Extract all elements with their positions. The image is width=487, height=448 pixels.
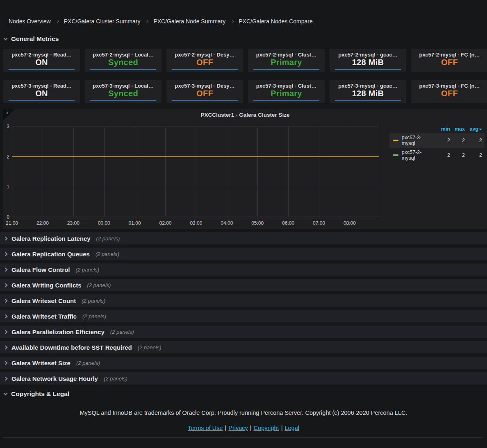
row-panel-count: (2 panels)	[82, 298, 105, 304]
breadcrumb-item[interactable]: PXC/Galera Cluster Summary	[64, 18, 141, 25]
chevron-right-icon	[4, 345, 8, 349]
stat-panel-title[interactable]: pxc57-2-mysql - Clust…	[248, 49, 325, 58]
dashboard-row-toggle[interactable]: Galera Writeset Count (2 panels)	[0, 294, 487, 307]
stat-panel-title[interactable]: pxc57-3-mysql - gcac…	[330, 80, 406, 89]
stat-panel: pxc57-3-mysql - Read… ON	[3, 80, 80, 103]
chevron-right-icon	[4, 283, 8, 287]
dashboard-row-toggle[interactable]: Galera Replication Latency (2 panels)	[0, 232, 487, 244]
chart-legend: min max avg pxc57-3-mysql 2 2 2 pxc57-2-…	[389, 125, 485, 163]
link-separator: |	[250, 425, 252, 431]
legend-sort-max[interactable]: max	[450, 126, 465, 132]
breadcrumb-item[interactable]: PXC/Galera Nodes Compare	[239, 18, 313, 25]
dashboard-row-toggle[interactable]: Galera Writing Conflicts (2 panels)	[0, 279, 487, 291]
chevron-right-icon	[4, 361, 8, 365]
stat-sparkline	[335, 100, 401, 101]
chart-plot-area[interactable]	[12, 127, 379, 217]
stat-panel-title[interactable]: pxc57-3-mysql - Clust…	[248, 80, 325, 89]
dashboard-row-toggle[interactable]: Galera Parallelization Efficiency (2 pan…	[0, 326, 487, 338]
legal-link[interactable]: Legal	[284, 425, 299, 431]
stat-sparkline	[253, 69, 319, 70]
legend-min-value: 2	[435, 152, 450, 158]
copyright-link[interactable]: Copyright	[254, 425, 279, 431]
collapsed-rows-list: Galera Replication Latency (2 panels) Ga…	[0, 232, 487, 385]
x-axis-tick-label: 21:00	[6, 220, 18, 226]
chevron-right-icon	[230, 20, 234, 23]
x-axis-tick-label: 07:00	[313, 220, 325, 226]
privacy-link[interactable]: Privacy	[228, 425, 248, 431]
stat-panel-grid: pxc57-2-mysql - Read… ON pxc57-2-mysql -…	[3, 49, 487, 103]
section-copyrights-legal-toggle[interactable]: Copyrights & Legal	[4, 389, 487, 398]
series-color-swatch-icon	[393, 140, 398, 141]
y-axis-tick-label: 3	[7, 124, 9, 129]
stat-panel-title[interactable]: pxc57-2-mysql - Desy…	[166, 49, 243, 58]
stat-sparkline	[172, 100, 238, 101]
chevron-down-icon	[4, 36, 8, 41]
row-title: Galera Writeset Size	[11, 360, 71, 367]
stat-panel-title[interactable]: pxc57-3-mysql - Desy…	[166, 80, 243, 89]
dashboard-row-toggle[interactable]: Galera Replication Queues (2 panels)	[0, 248, 487, 260]
dashboard-row-toggle[interactable]: Galera Writeset Traffic (2 panels)	[0, 310, 487, 322]
link-separator: |	[281, 425, 283, 431]
row-panel-count: (2 panels)	[104, 376, 127, 382]
stat-panel-title[interactable]: pxc57-2-mysql - Read…	[3, 49, 80, 58]
stat-panel: pxc57-3-mysql - gcac… 128 MiB	[330, 80, 406, 103]
chart-panel-galera-cluster-size: i PXCCluster1 - Galera Cluster Size 3 2 …	[3, 109, 487, 229]
chevron-right-icon	[4, 267, 8, 272]
sort-caret-down-icon	[479, 129, 482, 130]
legend-avg-value: 2	[465, 138, 482, 143]
stat-sparkline	[253, 100, 319, 101]
row-title: Galera Replication Latency	[11, 235, 91, 242]
dashboard-row-toggle[interactable]: Galera Flow Control (2 panels)	[0, 263, 487, 276]
x-axis-tick-label: 22:00	[36, 220, 49, 226]
stat-panel-title[interactable]: pxc57-3-mysql - Local…	[85, 80, 162, 89]
stat-panel-title[interactable]: pxc57-2-mysql - Local…	[85, 49, 162, 58]
panel-info-icon[interactable]: i	[3, 109, 14, 120]
breadcrumb: Nodes Overview PXC/Galera Cluster Summar…	[0, 0, 487, 25]
dashboard-row-toggle[interactable]: Galera Network Usage Hourly (2 panels)	[0, 372, 487, 385]
stat-panel: pxc57-3-mysql - Desy… OFF	[166, 80, 243, 103]
stat-value: OFF	[166, 89, 243, 98]
legend-sort-min[interactable]: min	[435, 126, 450, 132]
legend-max-value: 2	[450, 152, 465, 158]
x-axis-tick-label: 04:00	[221, 220, 233, 226]
x-axis-tick-label: 02:00	[159, 220, 171, 226]
stat-sparkline	[172, 69, 238, 70]
chevron-right-icon	[4, 252, 8, 256]
stat-value: OFF	[166, 58, 243, 67]
stat-panel: pxc57-2-mysql - Local… Synced	[85, 49, 162, 72]
stat-panel: pxc57-2-mysql - Read… ON	[3, 49, 80, 72]
chevron-down-icon	[4, 391, 8, 396]
stat-panel-title[interactable]: pxc57-3-mysql - Read…	[3, 80, 80, 89]
chart-title[interactable]: PXCCluster1 - Galera Cluster Size	[3, 109, 487, 118]
stat-panel-title[interactable]: pxc57-3-mysql - FC (n…	[411, 80, 487, 89]
stat-value: ON	[3, 58, 80, 67]
section-title: Copyrights & Legal	[11, 390, 69, 398]
stat-value: Synced	[85, 58, 162, 67]
stat-value: 128 MiB	[330, 89, 406, 98]
chevron-right-icon	[145, 20, 148, 23]
chevron-right-icon	[4, 236, 8, 240]
stat-sparkline	[335, 69, 401, 70]
y-axis-tick-label: 1	[7, 184, 9, 190]
dashboard-row-toggle[interactable]: Available Downtime before SST Required (…	[0, 341, 487, 353]
dashboard-row-toggle[interactable]: Galera Writeset Size (2 panels)	[0, 357, 487, 369]
legend-sort-avg[interactable]: avg	[465, 126, 482, 132]
stat-panel: pxc57-3-mysql - FC (n… OFF	[411, 80, 487, 103]
x-axis-tick-label: 01:00	[129, 220, 141, 226]
breadcrumb-item[interactable]: Nodes Overview	[9, 18, 51, 25]
y-axis: 3 2 1 0	[3, 127, 10, 217]
row-title: Galera Replication Queues	[11, 251, 90, 258]
section-general-metrics-toggle[interactable]: General Metrics	[4, 34, 487, 43]
row-panel-count: (2 panels)	[87, 282, 111, 288]
legend-series-toggle[interactable]: pxc57-3-mysql	[393, 135, 435, 146]
row-title: Galera Writeset Traffic	[11, 313, 77, 320]
legend-series-toggle[interactable]: pxc57-2-mysql	[393, 149, 435, 161]
stat-panel-title[interactable]: pxc57-2-mysql - FC (n…	[411, 49, 487, 58]
legend-header: min max avg	[389, 125, 485, 133]
stat-panel-title[interactable]: pxc57-2-mysql - gcac…	[330, 49, 406, 58]
row-panel-count: (2 panels)	[96, 251, 119, 257]
breadcrumb-item[interactable]: PXC/Galera Node Summary	[153, 18, 225, 25]
stat-value: Synced	[85, 89, 162, 98]
terms-of-use-link[interactable]: Terms of Use	[188, 425, 223, 431]
legend-min-value: 2	[435, 138, 450, 143]
